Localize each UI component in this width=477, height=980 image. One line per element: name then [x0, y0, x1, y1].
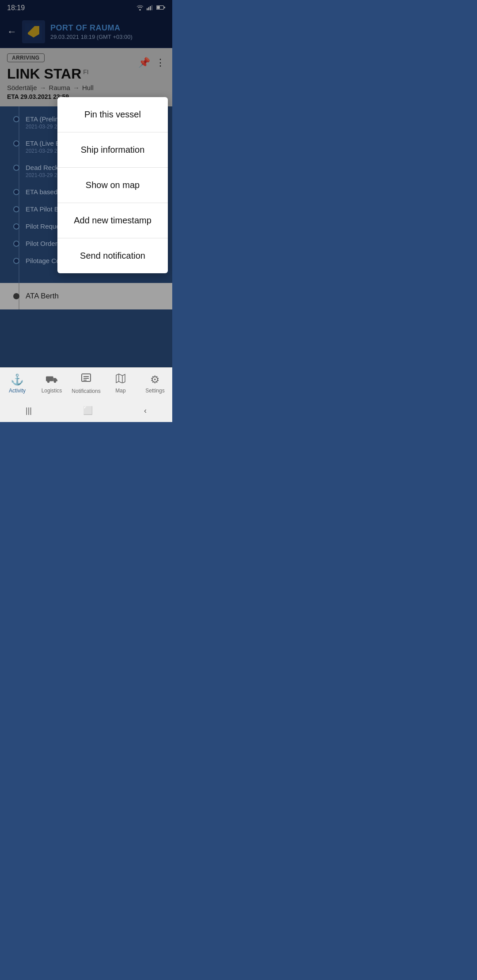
svg-rect-10 [46, 376, 53, 381]
dropdown-menu: Pin this vessel Ship information Show on… [57, 97, 168, 273]
notifications-label: Notifications [72, 388, 100, 394]
truck-icon [46, 373, 57, 386]
map-label: Map [115, 388, 125, 394]
home-button[interactable]: ⬜ [83, 406, 93, 415]
system-nav: ||| ⬜ ‹ [0, 399, 172, 422]
add-new-timestamp-option[interactable]: Add new timestamp [57, 203, 168, 238]
pin-vessel-option[interactable]: Pin this vessel [57, 97, 168, 132]
map-icon [116, 373, 125, 386]
svg-point-12 [54, 380, 57, 383]
ship-information-option[interactable]: Ship information [57, 132, 168, 168]
nav-notifications[interactable]: Notifications [69, 373, 103, 394]
show-on-map-option[interactable]: Show on map [57, 168, 168, 203]
settings-label: Settings [145, 388, 164, 394]
settings-icon: ⚙ [150, 373, 160, 386]
nav-logistics[interactable]: Logistics [34, 373, 69, 394]
svg-point-11 [47, 380, 50, 383]
anchor-icon: ⚓ [11, 373, 24, 386]
menu-button[interactable]: ||| [26, 406, 32, 415]
nav-settings[interactable]: ⚙ Settings [138, 373, 172, 394]
nav-map[interactable]: Map [103, 373, 138, 394]
send-notification-option[interactable]: Send notification [57, 238, 168, 273]
bottom-nav: ⚓ Activity Logistics Notifications [0, 367, 172, 399]
nav-activity[interactable]: ⚓ Activity [0, 373, 34, 394]
back-sys-button[interactable]: ‹ [144, 406, 147, 415]
logistics-label: Logistics [42, 388, 62, 394]
activity-label: Activity [9, 388, 26, 394]
notifications-icon [81, 373, 91, 386]
